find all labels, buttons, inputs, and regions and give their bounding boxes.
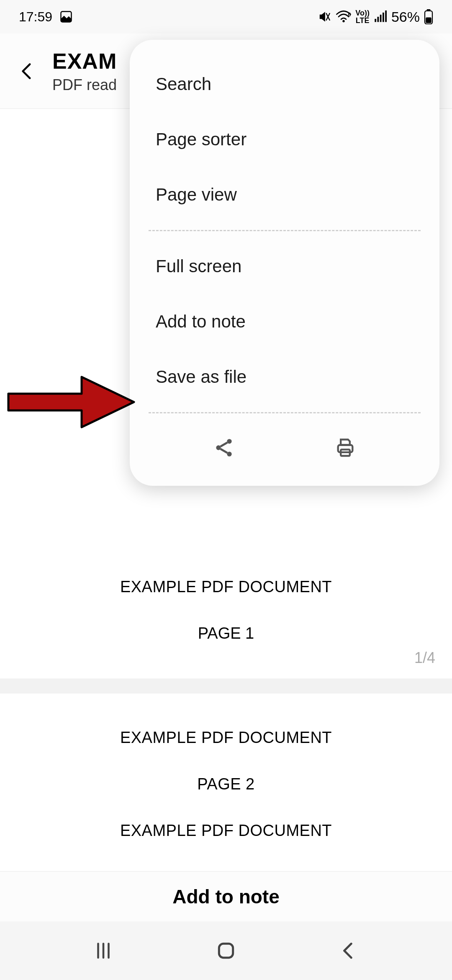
- svg-line-18: [221, 443, 227, 447]
- nav-back-icon[interactable]: [338, 940, 359, 961]
- menu-footer: [130, 421, 439, 463]
- svg-point-1: [343, 20, 345, 22]
- svg-rect-10: [426, 18, 431, 23]
- system-nav-bar: [0, 921, 452, 980]
- nav-home-icon[interactable]: [216, 940, 236, 961]
- battery-percent: 56%: [391, 9, 420, 25]
- menu-search[interactable]: Search: [130, 57, 439, 112]
- status-left: 17:59: [19, 9, 72, 25]
- gallery-icon: [60, 10, 72, 23]
- page-title: EXAM: [52, 49, 117, 74]
- wifi-icon: 6: [336, 10, 351, 23]
- menu-full-screen[interactable]: Full screen: [130, 239, 439, 294]
- page-subtitle: PDF read: [52, 76, 117, 94]
- status-time: 17:59: [19, 9, 52, 25]
- svg-line-19: [221, 449, 227, 453]
- menu-save-as-file[interactable]: Save as file: [130, 349, 439, 405]
- battery-icon: [424, 9, 433, 24]
- svg-rect-3: [375, 19, 376, 22]
- page-2-preview: EXAMPLE PDF DOCUMENT PAGE 2 EXAMPLE PDF …: [0, 729, 452, 840]
- print-icon[interactable]: [334, 437, 356, 459]
- bottom-action-bar[interactable]: Add to note: [0, 871, 452, 921]
- menu-add-to-note[interactable]: Add to note: [130, 294, 439, 349]
- mute-vibrate-icon: [318, 10, 332, 23]
- svg-point-15: [227, 439, 231, 444]
- svg-rect-5: [380, 15, 382, 22]
- page-1-number: PAGE 1: [0, 624, 452, 642]
- menu-page-view[interactable]: Page view: [130, 167, 439, 222]
- menu-divider-1: [149, 230, 421, 231]
- header-titles: EXAM PDF read: [52, 49, 117, 94]
- page-1-preview: EXAMPLE PDF DOCUMENT PAGE 1: [0, 578, 452, 642]
- page-2-title: EXAMPLE PDF DOCUMENT: [0, 729, 452, 747]
- menu-divider-2: [149, 412, 421, 413]
- svg-rect-7: [385, 10, 387, 22]
- page-1-title: EXAMPLE PDF DOCUMENT: [0, 578, 452, 596]
- add-to-note-button[interactable]: Add to note: [172, 885, 280, 908]
- svg-text:6: 6: [348, 12, 351, 18]
- svg-point-16: [216, 445, 221, 450]
- status-bar: 17:59 6 Vo))LTE 56%: [0, 0, 452, 34]
- page-2-title-2: EXAMPLE PDF DOCUMENT: [0, 822, 452, 840]
- page-2-number: PAGE 2: [0, 775, 452, 793]
- annotation-arrow: [4, 369, 138, 436]
- signal-icon: [374, 10, 387, 23]
- volte-icon: Vo))LTE: [355, 9, 370, 24]
- svg-point-17: [227, 452, 231, 456]
- menu-page-sorter[interactable]: Page sorter: [130, 112, 439, 167]
- status-right: 6 Vo))LTE 56%: [318, 9, 433, 25]
- svg-rect-6: [383, 13, 384, 22]
- nav-recents-icon[interactable]: [93, 940, 114, 961]
- page-separator: [0, 678, 452, 694]
- page-counter: 1/4: [414, 649, 435, 667]
- svg-rect-4: [377, 17, 379, 22]
- options-menu: Search Page sorter Page view Full screen…: [130, 40, 439, 486]
- svg-rect-14: [219, 944, 233, 957]
- back-icon[interactable]: [17, 61, 38, 82]
- share-icon[interactable]: [213, 437, 235, 459]
